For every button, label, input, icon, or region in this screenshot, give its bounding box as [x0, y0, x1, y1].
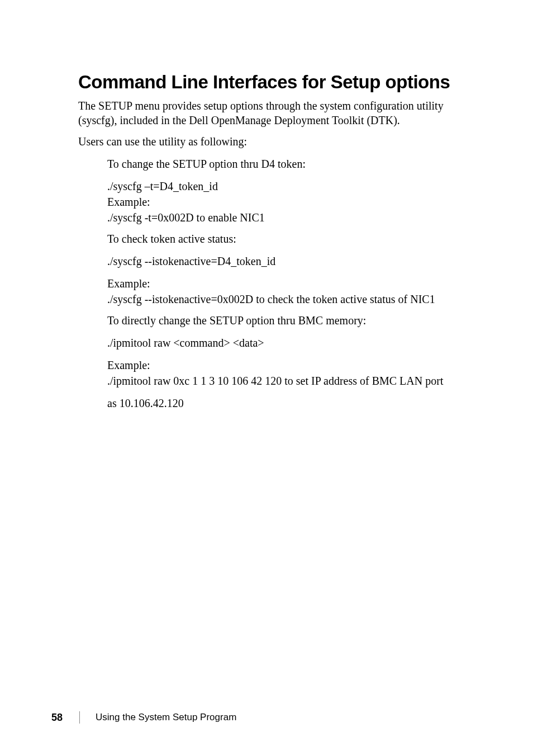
block3-cmd2: ./ipmitool raw 0xc 1 1 3 10 106 42 120 t…	[107, 374, 480, 388]
block3-title: To directly change the SETUP option thru…	[107, 313, 480, 328]
block3-cmd3: as 10.106.42.120	[107, 396, 480, 410]
content-block: To change the SETUP option thru D4 token…	[107, 157, 480, 410]
block1-cmd1: ./syscfg –t=D4_token_id	[107, 179, 480, 193]
users-intro: Users can use the utility as following:	[78, 134, 480, 149]
page-number: 58	[51, 712, 63, 724]
page-footer: 58 Using the System Setup Program	[51, 711, 236, 724]
block2-cmd2: ./syscfg --istokenactive=0x002D to check…	[107, 292, 480, 306]
page-heading: Command Line Interfaces for Setup option…	[78, 72, 480, 93]
block2-title: To check token active status:	[107, 231, 480, 246]
intro-paragraph: The SETUP menu provides setup options th…	[78, 98, 480, 127]
block1-cmd2: ./syscfg -t=0x002D to enable NIC1	[107, 210, 480, 225]
block3-example-label: Example:	[107, 358, 480, 372]
block2-example-label: Example:	[107, 276, 480, 291]
block1-example-label: Example:	[107, 195, 480, 209]
footer-section-title: Using the System Setup Program	[96, 712, 236, 723]
block2-cmd1: ./syscfg --istokenactive=D4_token_id	[107, 254, 480, 268]
block1-title: To change the SETUP option thru D4 token…	[107, 157, 480, 171]
footer-divider	[79, 711, 80, 724]
block3-cmd1: ./ipmitool raw <command> <data>	[107, 336, 480, 350]
